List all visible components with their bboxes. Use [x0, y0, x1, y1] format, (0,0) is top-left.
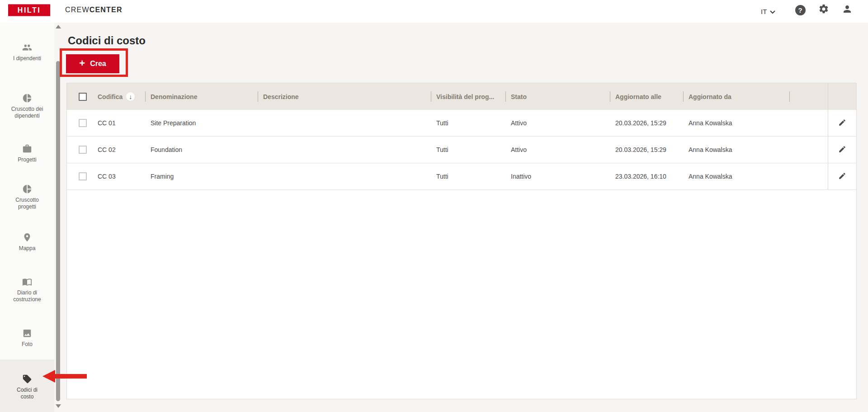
cell-descrizione [258, 163, 431, 189]
edit-button[interactable] [838, 118, 846, 128]
cell-aggiornato-da: Anna Kowalska [683, 110, 789, 136]
cell-denominazione: Foundation [145, 137, 258, 163]
column-header-aggiornato-da[interactable]: Aggiornato da [683, 83, 789, 110]
cell-aggiornato-alle: 20.03.2026, 15:29 [610, 137, 683, 163]
sidebar-item-mappa[interactable]: Mappa [0, 232, 54, 252]
help-icon: ? [795, 5, 806, 15]
column-label: Aggiornato alle [615, 93, 661, 100]
sidebar-item-label: Mappa [0, 245, 54, 252]
cell-denominazione: Site Preparation [145, 110, 258, 136]
column-header-empty [789, 83, 828, 110]
edit-button[interactable] [838, 172, 846, 181]
settings-button[interactable] [818, 4, 830, 16]
sidebar-item-label: Diario di [0, 289, 54, 296]
sidebar-item-foto[interactable]: Foto [0, 328, 54, 348]
account-button[interactable] [841, 4, 853, 16]
sidebar-item-dipendenti[interactable]: I dipendenti [0, 43, 54, 62]
sidebar-item-diario[interactable]: Diario di costruzione [0, 277, 54, 303]
select-all-checkbox[interactable] [79, 93, 87, 101]
row-checkbox[interactable] [79, 172, 87, 180]
cell-visibilita: Tutti [431, 110, 505, 136]
table-row: CC 01 Site Preparation Tutti Attivo 20.0… [67, 110, 856, 137]
sidebar-item-label: costo [0, 393, 54, 400]
column-header-denominazione[interactable]: Denominazione [145, 83, 258, 110]
hilti-logo: HILTI [8, 4, 50, 16]
pie-chart-icon [0, 93, 54, 103]
sidebar-item-progetti[interactable]: Progetti [0, 144, 54, 163]
chevron-down-icon [770, 8, 775, 15]
column-label: Descrizione [263, 93, 299, 100]
column-label: Visibilità del prog... [436, 93, 494, 100]
sidebar-item-label: dipendenti [0, 113, 54, 119]
sidebar-item-label: Cruscotto [0, 197, 54, 204]
column-header-actions [828, 83, 856, 110]
crewcenter-app: HILTI CREWCENTER IT ? [0, 0, 868, 412]
cell-denominazione: Framing [145, 163, 258, 189]
cell-visibilita: Tutti [431, 163, 505, 189]
book-icon [0, 277, 54, 287]
cell-aggiornato-alle: 20.03.2026, 15:29 [610, 110, 683, 136]
edit-button[interactable] [838, 145, 846, 155]
people-icon [0, 43, 54, 52]
language-code: IT [761, 8, 767, 15]
gear-icon [818, 4, 829, 16]
column-header-aggiornato-alle[interactable]: Aggiornato alle [610, 83, 683, 110]
cell-aggiornato-alle: 23.03.2026, 16:10 [610, 163, 683, 189]
column-header-codifica[interactable]: Codifica ↓ [92, 83, 145, 110]
column-label: Codifica [98, 93, 123, 100]
pencil-icon [838, 172, 846, 181]
column-header-visibilita[interactable]: Visibilità del prog... [431, 83, 505, 110]
map-pin-icon [0, 232, 54, 242]
column-header-stato[interactable]: Stato [505, 83, 610, 110]
column-label: Stato [511, 93, 527, 100]
sidebar-item-cruscotto-dipendenti[interactable]: Cruscotto dei dipendenti [0, 93, 54, 119]
page-title: Codici di costo [68, 34, 146, 47]
wordmark-crew: CREW [65, 6, 90, 14]
column-label: Aggiornato da [689, 93, 731, 100]
pencil-icon [838, 145, 846, 155]
cell-stato: Attivo [505, 110, 610, 136]
cell-codifica: CC 01 [92, 110, 145, 136]
sidebar-item-label: I dipendenti [0, 55, 54, 62]
scrollbar-up-arrow[interactable] [56, 25, 61, 28]
briefcase-icon [0, 144, 54, 154]
pencil-icon [838, 118, 846, 128]
create-button-label: Crea [90, 60, 106, 68]
topbar: HILTI CREWCENTER IT ? [0, 0, 868, 23]
cell-codifica: CC 03 [92, 163, 145, 189]
photo-icon [0, 328, 54, 338]
cell-stato: Attivo [505, 137, 610, 163]
column-header-descrizione[interactable]: Descrizione [258, 83, 431, 110]
person-icon [842, 4, 853, 16]
sort-desc-icon: ↓ [126, 92, 135, 101]
pie-chart-icon [0, 184, 54, 194]
scrollbar-down-arrow[interactable] [56, 404, 61, 408]
cell-aggiornato-da: Anna Kowalska [683, 163, 789, 189]
cell-codifica: CC 02 [92, 137, 145, 163]
cell-stato: Inattivo [505, 163, 610, 189]
table-row: CC 03 Framing Tutti Inattivo 23.03.2026,… [67, 163, 856, 190]
cell-aggiornato-da: Anna Kowalska [683, 137, 789, 163]
column-label: Denominazione [151, 93, 197, 100]
sidebar-item-label: progetti [0, 204, 54, 210]
sidebar-item-label: Progetti [0, 156, 54, 163]
help-button[interactable]: ? [794, 4, 806, 16]
annotation-arrow [40, 367, 90, 386]
create-button[interactable]: + Crea [66, 54, 119, 73]
help-glyph: ? [798, 6, 802, 14]
wordmark-center: CENTER [90, 6, 123, 14]
sidebar-item-cruscotto-progetti[interactable]: Cruscotto progetti [0, 184, 54, 210]
app-wordmark: CREWCENTER [65, 6, 123, 14]
hilti-logo-text: HILTI [18, 6, 41, 14]
row-checkbox[interactable] [79, 119, 87, 127]
row-checkbox[interactable] [79, 146, 87, 154]
sidebar-item-label: Cruscotto dei [0, 106, 54, 113]
sidebar-item-label: costruzione [0, 296, 54, 303]
cell-visibilita: Tutti [431, 137, 505, 163]
table-header-row: Codifica ↓ Denominazione Descrizione Vis… [67, 83, 856, 110]
sidebar-item-label: Codici di [0, 387, 54, 393]
sidebar: I dipendenti Cruscotto dei dipendenti Pr… [0, 23, 54, 412]
language-selector[interactable]: IT [761, 6, 775, 17]
cell-descrizione [258, 110, 431, 136]
sidebar-scrollbar-thumb[interactable] [56, 61, 60, 401]
